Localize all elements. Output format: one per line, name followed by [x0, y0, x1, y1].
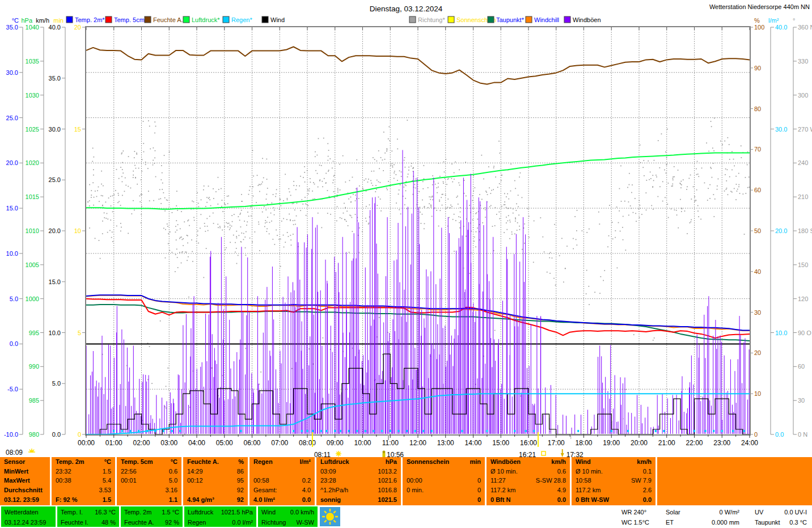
cell-value: 1.5	[103, 468, 111, 475]
col-name: Temp. 5cm	[121, 458, 153, 465]
status-row: RichtungW-SW	[258, 517, 318, 527]
axis-tick-label: 15.0	[6, 205, 18, 212]
status-row: Solar0 W/m²	[662, 506, 743, 517]
station-name: Wetterstation Niedersorpe 440m NN	[709, 3, 810, 10]
axis-tick-label: 0 N	[798, 431, 807, 438]
status-row: Wind0.0 km/h	[258, 506, 318, 517]
axis-tick-label: 30.0	[775, 126, 787, 133]
table-data-row: F: 92 %1.5	[52, 495, 115, 504]
axis-tick-label: 20.0	[6, 159, 18, 166]
table-data-row: 0	[403, 495, 485, 504]
status-value: 1021.5 hPa	[221, 509, 253, 516]
x-axis-label: 16:00	[520, 439, 537, 447]
x-axis-label: 11:00	[382, 439, 399, 447]
cell-label: 4.94 g/m³	[187, 496, 214, 503]
table-data-row: 14:2986	[183, 467, 248, 476]
cell-value: 1.5	[103, 496, 111, 503]
axis-tick-label: -5.0	[7, 386, 18, 392]
cell-label: 03:09	[320, 468, 336, 475]
x-axis-label: 01:00	[105, 439, 122, 447]
row-label-text: MaxWert	[4, 477, 30, 484]
cell-value: 0	[477, 487, 481, 493]
axis-tick-label: 0	[78, 431, 81, 438]
axis-tick-label: 1030	[26, 92, 39, 99]
row-label-text: Durchschnitt	[4, 487, 43, 493]
cell-value: 0.6	[557, 468, 566, 475]
col-unit: km/h	[551, 458, 566, 465]
cell-label: 00:12	[187, 477, 203, 484]
table-data-row: 92	[183, 485, 248, 495]
table-data-row: 03:091013.2	[316, 467, 401, 476]
cell-value: 1016.8	[378, 487, 397, 493]
table-col-regen: Regenl/m²00:580.2Gesamt:4.04.0 l/m²0.0	[249, 457, 315, 505]
cell-label: sonnig	[320, 496, 341, 503]
figure-icon	[382, 451, 385, 458]
cell-value: 1021.5	[378, 496, 397, 503]
axis-tick-label: 1015	[26, 193, 39, 200]
legend-item	[105, 16, 112, 23]
legend-label: Luftdruck*	[192, 16, 220, 23]
status-value: 16.3 °C	[95, 509, 116, 516]
status-right-col: WR 240°WC 1.5°C	[618, 506, 659, 527]
x-axis-label: 24:00	[741, 439, 758, 447]
status-value: 92 %	[165, 519, 179, 526]
col-name: Sonnenschein	[407, 458, 449, 465]
status-value: 0.3 °C	[789, 519, 807, 526]
status-label: ET	[666, 519, 674, 526]
status-row: Taupunkt0.3 °C	[751, 517, 810, 527]
cell-value: 1.1	[169, 496, 177, 503]
cell-label: Gesamt:	[253, 487, 277, 493]
marker-label: 16:21	[519, 451, 536, 457]
table-data-row: 117.2 km2.6	[572, 485, 655, 495]
axis-tick-label: 300	[798, 92, 808, 99]
status-right-col: Solar0 W/m²ET0.000 mm	[662, 506, 743, 527]
x-axis-label: 22:00	[686, 439, 703, 447]
table-data-row: 10:58SW 7.9	[572, 476, 655, 485]
axis-tick-label: 20	[74, 24, 81, 31]
sun-icon	[336, 451, 341, 457]
legend-item	[448, 16, 454, 23]
row-label-text: 03.12. 23:59	[4, 496, 39, 503]
x-axis-label: 10:00	[354, 439, 371, 447]
axis-tick-label: 10.0	[775, 330, 787, 336]
axis-tick-label: 10	[74, 227, 81, 234]
status-label: Feuchte I.	[61, 519, 88, 526]
axis-tick-label: 35.0	[6, 24, 18, 31]
table-data-row: Gesamt:4.0	[249, 485, 315, 495]
legend-item	[145, 16, 151, 23]
col-unit: °C	[171, 458, 177, 465]
axis-tick-label: 15.0	[49, 278, 61, 285]
axis-tick-label: 210	[798, 193, 808, 200]
x-axis-label: 00:00	[78, 439, 95, 447]
legend-item	[262, 16, 268, 23]
x-axis-label: 13:00	[437, 439, 454, 447]
status-row: UV0.0 UV-I	[751, 506, 810, 517]
axis-tick-label: 15	[74, 126, 81, 133]
table-data-row: 4.94 g/m³92	[183, 495, 248, 504]
status-row: WR 240°	[618, 506, 659, 517]
status-value: 0 W/m²	[720, 509, 739, 516]
x-axis-label: 07:00	[271, 439, 288, 447]
cell-label: 0 Bft W-SW	[576, 496, 609, 503]
marker-label: 17:32	[566, 451, 583, 457]
arrow-down-icon	[561, 449, 564, 457]
cell-value: 2.6	[643, 487, 652, 493]
axis-tick-label: 30	[754, 309, 761, 316]
axis-tick-label: 5.0	[52, 380, 61, 387]
table-data-row: sonnig1021.5	[316, 495, 401, 504]
col-name: Regen	[253, 458, 273, 465]
weather-icon	[320, 507, 340, 526]
cell-value: 86	[237, 468, 244, 475]
legend-label: Temp. 2m*	[75, 16, 105, 23]
axis-tick-label: 240	[798, 159, 808, 166]
col-name: Windböen	[490, 458, 521, 465]
status-value: W-SW	[296, 519, 314, 526]
x-axis-label: 17:00	[548, 439, 565, 447]
cell-label: Ø 10 min.	[576, 468, 603, 475]
cell-value: S-SW 28.8	[536, 477, 566, 484]
table-col-header: Sonnenscheinmin	[403, 457, 485, 467]
table-data-row: 00:580.2	[249, 476, 315, 485]
axis-tick-label: 30.0	[6, 69, 18, 76]
x-axis-label: 08:00	[299, 439, 316, 447]
axis-tick-label: -10.0	[4, 431, 18, 438]
